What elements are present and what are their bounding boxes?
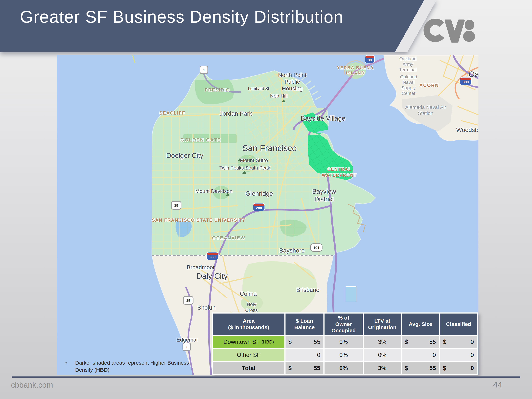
- table-header-col2: $ LoanBalance: [285, 314, 323, 335]
- map-label: ACORN: [419, 83, 439, 88]
- highway-shield-icon: 280: [253, 203, 265, 211]
- map-label: Broadmoor: [187, 264, 215, 270]
- loan-summary-table: Area($ in thousands)$ LoanBalance% ofOwn…: [212, 312, 478, 375]
- map-label: Twin Peaks-South Peak: [219, 165, 270, 171]
- table-cell: $0: [440, 362, 477, 374]
- svg-text:880: 880: [462, 80, 469, 84]
- page-number: 44: [493, 380, 502, 389]
- table-cell: $55: [402, 362, 439, 374]
- map-label: OCEANVIEW: [212, 235, 245, 241]
- map-label: Daly City: [196, 272, 228, 280]
- highway-shield-icon: 35: [184, 297, 193, 304]
- highway-shield-icon: 80: [365, 55, 374, 63]
- map-label: PRESIDIO: [205, 88, 230, 92]
- map-label: Bayshore: [279, 247, 305, 254]
- table-header-col3: % ofOwnerOccupied: [324, 314, 363, 335]
- highway-shield-icon: 35: [171, 202, 181, 209]
- svg-text:280: 280: [256, 206, 262, 210]
- table-cell: 0: [402, 349, 439, 361]
- table-cell: $55: [402, 336, 439, 348]
- table-cell: 0%: [324, 349, 363, 361]
- table-cell: 0: [285, 349, 323, 361]
- footer-url: cbbank.com: [11, 380, 53, 389]
- table-cell: $55: [285, 362, 323, 374]
- map-label: SAN FRANCISCO STATE UNIVERSITY: [152, 217, 246, 223]
- hbd-legend-text: Darker shaded areas represent Higher Bus…: [75, 359, 189, 374]
- svg-text:80: 80: [367, 58, 372, 62]
- map-label: Doelger City: [166, 152, 203, 159]
- svg-text:1: 1: [203, 68, 205, 72]
- table-header-col5: Avg. Size: [402, 314, 439, 335]
- table-row-label: Total: [213, 362, 285, 374]
- table-header-col6: Classified: [440, 314, 477, 335]
- table-row-label: Other SF: [213, 349, 285, 361]
- map-label: GOLDEN GATE: [180, 137, 221, 143]
- highway-shield-icon: 1: [183, 343, 191, 351]
- map-label: Sholun: [197, 304, 216, 311]
- map-label: Mount Sutro: [240, 158, 268, 163]
- footer-divider: [12, 376, 520, 378]
- map-label: SEACLIFF: [159, 110, 185, 115]
- svg-text:35: 35: [174, 203, 178, 208]
- map-label: Edgemar: [177, 337, 198, 343]
- map-label: Woodstoc: [456, 127, 478, 133]
- map-label: Nob Hill: [270, 93, 287, 99]
- map-label: Glenridge: [245, 190, 273, 197]
- highway-shield-icon: 101: [310, 244, 322, 252]
- table-cell: 0: [440, 349, 477, 361]
- page-title: Greater SF Business Density Distribution: [20, 7, 410, 27]
- map-label: Colma: [240, 291, 257, 297]
- table-cell: 3%: [364, 336, 401, 348]
- map-label: OaklandNavalSupplyCenter: [400, 74, 417, 96]
- cvb-logo-icon: [424, 17, 477, 45]
- table-row-label: Downtown SF(HBD): [213, 336, 285, 348]
- hbd-legend-note: • Darker shaded areas represent Higher B…: [63, 359, 216, 374]
- table-cell: 3%: [364, 362, 401, 374]
- svg-text:101: 101: [313, 246, 319, 250]
- highway-shield-icon: 880: [460, 77, 472, 85]
- svg-text:35: 35: [186, 298, 190, 303]
- map-label: Bayside Village: [301, 115, 345, 122]
- table-cell: $0: [440, 336, 477, 348]
- svg-text:1: 1: [186, 345, 188, 349]
- map-label: Mount Davidson: [195, 188, 233, 194]
- svg-text:280: 280: [209, 255, 215, 259]
- map-label: Jordan Park: [220, 110, 252, 117]
- table-header-col4: LTV atOrigination: [364, 314, 401, 335]
- map-label: Brisbane: [296, 287, 319, 293]
- highway-shield-icon: 280: [207, 252, 218, 260]
- map-label: San Francisco: [242, 144, 297, 153]
- table-cell: 0%: [364, 349, 401, 361]
- bullet-icon: •: [63, 359, 75, 374]
- map-label: Lombard St: [248, 86, 269, 91]
- table-cell: 0%: [324, 362, 363, 374]
- highway-shield-icon: 1: [200, 66, 208, 74]
- table-cell: $55: [285, 336, 323, 348]
- table-cell: 0%: [324, 336, 363, 348]
- table-header-col1: Area($ in thousands): [213, 314, 285, 335]
